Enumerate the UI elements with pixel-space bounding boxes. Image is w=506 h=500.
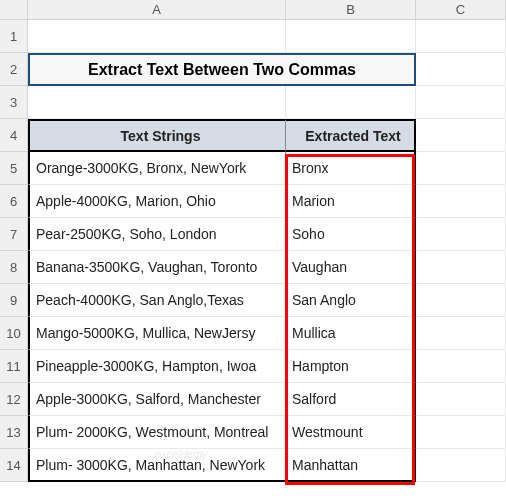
cell-d7[interactable] — [416, 218, 506, 251]
cell-c1[interactable] — [286, 20, 416, 53]
row-header-12[interactable]: 12 — [0, 383, 28, 416]
row-header-9[interactable]: 9 — [0, 284, 28, 317]
table-header-extracted-text[interactable]: Extracted Text — [286, 119, 416, 152]
table-row[interactable]: Mango-5000KG, Mullica, NewJersy — [28, 317, 286, 350]
table-row[interactable]: Banana-3500KG, Vaughan, Toronto — [28, 251, 286, 284]
row-header-7[interactable]: 7 — [0, 218, 28, 251]
table-row[interactable]: Pineapple-3000KG, Hampton, Iwoa — [28, 350, 286, 383]
cell-d12[interactable] — [416, 383, 506, 416]
table-row[interactable]: Plum- 3000KG, Manhattan, NewYork — [28, 449, 286, 482]
cell-d3[interactable] — [416, 86, 506, 119]
table-row[interactable]: Bronx — [286, 152, 416, 185]
row-header-14[interactable]: 14 — [0, 449, 28, 482]
table-row[interactable]: Marion — [286, 185, 416, 218]
col-header-c[interactable]: C — [416, 0, 506, 20]
table-row[interactable]: Mullica — [286, 317, 416, 350]
table-row[interactable]: Soho — [286, 218, 416, 251]
table-row[interactable]: San Anglo — [286, 284, 416, 317]
table-row[interactable]: Plum- 2000KG, Westmount, Montreal — [28, 416, 286, 449]
table-row[interactable]: Westmount — [286, 416, 416, 449]
row-header-5[interactable]: 5 — [0, 152, 28, 185]
row-header-4[interactable]: 4 — [0, 119, 28, 152]
cell-b1[interactable] — [28, 20, 286, 53]
col-header-b[interactable]: B — [286, 0, 416, 20]
cell-d9[interactable] — [416, 284, 506, 317]
row-header-11[interactable]: 11 — [0, 350, 28, 383]
row-header-13[interactable]: 13 — [0, 416, 28, 449]
cell-d4[interactable] — [416, 119, 506, 152]
table-row[interactable]: Peach-4000KG, San Anglo,Texas — [28, 284, 286, 317]
table-header-text-strings[interactable]: Text Strings — [28, 119, 286, 152]
row-header-3[interactable]: 3 — [0, 86, 28, 119]
table-row[interactable]: Orange-3000KG, Bronx, NewYork — [28, 152, 286, 185]
table-row[interactable]: Salford — [286, 383, 416, 416]
cell-d10[interactable] — [416, 317, 506, 350]
cell-d13[interactable] — [416, 416, 506, 449]
cell-d8[interactable] — [416, 251, 506, 284]
table-row[interactable]: Apple-4000KG, Marion, Ohio — [28, 185, 286, 218]
table-row[interactable]: Manhattan — [286, 449, 416, 482]
row-header-8[interactable]: 8 — [0, 251, 28, 284]
cell-d5[interactable] — [416, 152, 506, 185]
cell-d6[interactable] — [416, 185, 506, 218]
row-header-10[interactable]: 10 — [0, 317, 28, 350]
table-row[interactable]: Apple-3000KG, Salford, Manchester — [28, 383, 286, 416]
cell-b3[interactable] — [28, 86, 286, 119]
row-header-1[interactable]: 1 — [0, 20, 28, 53]
cell-c3[interactable] — [286, 86, 416, 119]
row-header-2[interactable]: 2 — [0, 53, 28, 86]
grid-corner — [0, 0, 28, 20]
col-header-a[interactable]: A — [28, 0, 286, 20]
table-row[interactable]: Vaughan — [286, 251, 416, 284]
cell-d2[interactable] — [416, 53, 506, 86]
title-cell[interactable]: Extract Text Between Two Commas — [28, 53, 416, 86]
cell-d11[interactable] — [416, 350, 506, 383]
table-row[interactable]: Pear-2500KG, Soho, London — [28, 218, 286, 251]
cell-d1[interactable] — [416, 20, 506, 53]
table-row[interactable]: Hampton — [286, 350, 416, 383]
cell-d14[interactable] — [416, 449, 506, 482]
row-header-6[interactable]: 6 — [0, 185, 28, 218]
spreadsheet-grid: A B C 1 2 Extract Text Between Two Comma… — [0, 0, 506, 482]
